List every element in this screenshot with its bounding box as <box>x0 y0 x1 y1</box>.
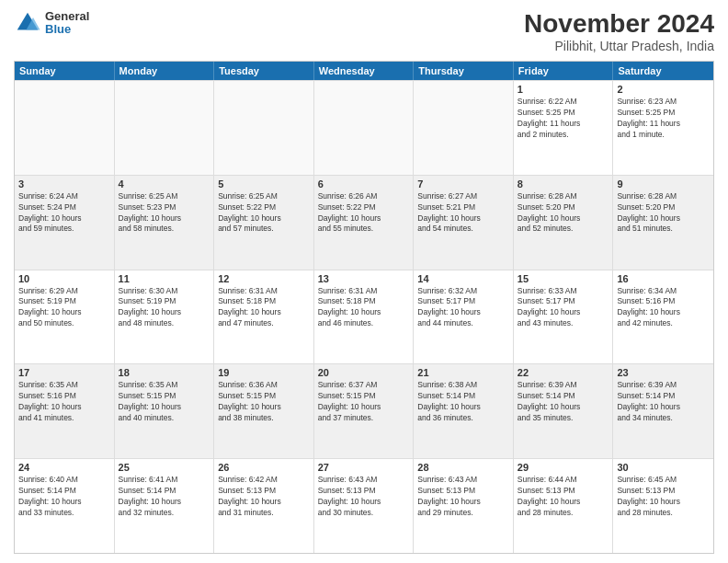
day-info-20: Sunrise: 6:37 AM Sunset: 5:15 PM Dayligh… <box>318 380 410 424</box>
header-saturday: Saturday <box>613 62 713 80</box>
week-row-5: 24Sunrise: 6:40 AM Sunset: 5:14 PM Dayli… <box>15 458 713 553</box>
day-info-4: Sunrise: 6:25 AM Sunset: 5:23 PM Dayligh… <box>119 191 210 236</box>
calendar-header: Sunday Monday Tuesday Wednesday Thursday… <box>15 62 713 80</box>
empty-cell-0-3 <box>314 81 415 175</box>
day-info-7: Sunrise: 6:27 AM Sunset: 5:21 PM Dayligh… <box>417 191 509 236</box>
day-info-10: Sunrise: 6:29 AM Sunset: 5:19 PM Dayligh… <box>18 286 110 330</box>
day-info-16: Sunrise: 6:34 AM Sunset: 5:16 PM Dayligh… <box>617 286 710 330</box>
day-info-8: Sunrise: 6:28 AM Sunset: 5:20 PM Dayligh… <box>518 191 609 236</box>
header-wednesday: Wednesday <box>314 62 415 80</box>
day-cell-25: 25Sunrise: 6:41 AM Sunset: 5:14 PM Dayli… <box>115 459 215 553</box>
day-cell-11: 11Sunrise: 6:30 AM Sunset: 5:19 PM Dayli… <box>115 270 215 364</box>
day-info-19: Sunrise: 6:36 AM Sunset: 5:15 PM Dayligh… <box>218 380 310 424</box>
week-row-4: 17Sunrise: 6:35 AM Sunset: 5:16 PM Dayli… <box>15 363 713 458</box>
day-info-18: Sunrise: 6:35 AM Sunset: 5:15 PM Dayligh… <box>119 380 210 424</box>
calendar: Sunday Monday Tuesday Wednesday Thursday… <box>14 61 714 554</box>
day-number-26: 26 <box>218 462 310 473</box>
page: General Blue November 2024 Pilibhit, Utt… <box>0 0 728 563</box>
day-number-19: 19 <box>218 367 310 378</box>
day-info-26: Sunrise: 6:42 AM Sunset: 5:13 PM Dayligh… <box>218 475 310 519</box>
logo-line2: Blue <box>45 23 89 36</box>
day-cell-26: 26Sunrise: 6:42 AM Sunset: 5:13 PM Dayli… <box>214 459 314 553</box>
day-number-9: 9 <box>617 178 710 190</box>
empty-cell-0-2 <box>214 81 314 175</box>
day-cell-8: 8Sunrise: 6:28 AM Sunset: 5:20 PM Daylig… <box>514 176 614 270</box>
day-cell-3: 3Sunrise: 6:24 AM Sunset: 5:24 PM Daylig… <box>15 176 115 270</box>
day-cell-19: 19Sunrise: 6:36 AM Sunset: 5:15 PM Dayli… <box>214 364 314 458</box>
day-cell-6: 6Sunrise: 6:26 AM Sunset: 5:22 PM Daylig… <box>314 176 415 270</box>
day-number-10: 10 <box>18 273 110 284</box>
day-number-14: 14 <box>417 273 509 284</box>
logo: General Blue <box>14 9 89 37</box>
logo-text: General Blue <box>45 10 89 37</box>
day-cell-2: 2Sunrise: 6:23 AM Sunset: 5:25 PM Daylig… <box>613 81 713 175</box>
day-number-8: 8 <box>518 178 609 190</box>
header-thursday: Thursday <box>414 62 514 80</box>
day-info-23: Sunrise: 6:39 AM Sunset: 5:14 PM Dayligh… <box>617 380 710 424</box>
day-info-11: Sunrise: 6:30 AM Sunset: 5:19 PM Dayligh… <box>119 286 210 330</box>
day-cell-27: 27Sunrise: 6:43 AM Sunset: 5:13 PM Dayli… <box>314 459 415 553</box>
calendar-body: 1Sunrise: 6:22 AM Sunset: 5:25 PM Daylig… <box>15 80 713 553</box>
day-number-4: 4 <box>119 178 210 190</box>
day-info-17: Sunrise: 6:35 AM Sunset: 5:16 PM Dayligh… <box>18 380 110 424</box>
day-number-21: 21 <box>417 367 509 378</box>
day-info-9: Sunrise: 6:28 AM Sunset: 5:20 PM Dayligh… <box>617 191 710 236</box>
day-number-27: 27 <box>318 462 410 473</box>
header-monday: Monday <box>115 62 215 80</box>
day-info-3: Sunrise: 6:24 AM Sunset: 5:24 PM Dayligh… <box>18 191 110 236</box>
day-number-7: 7 <box>417 178 509 190</box>
day-cell-17: 17Sunrise: 6:35 AM Sunset: 5:16 PM Dayli… <box>15 364 115 458</box>
day-info-12: Sunrise: 6:31 AM Sunset: 5:18 PM Dayligh… <box>218 286 310 330</box>
day-number-28: 28 <box>417 462 509 473</box>
empty-cell-0-1 <box>115 81 215 175</box>
day-cell-28: 28Sunrise: 6:43 AM Sunset: 5:13 PM Dayli… <box>414 459 514 553</box>
day-info-29: Sunrise: 6:44 AM Sunset: 5:13 PM Dayligh… <box>518 475 609 519</box>
empty-cell-0-4 <box>414 81 514 175</box>
header: General Blue November 2024 Pilibhit, Utt… <box>14 9 714 53</box>
day-cell-16: 16Sunrise: 6:34 AM Sunset: 5:16 PM Dayli… <box>613 270 713 364</box>
day-number-30: 30 <box>617 462 710 473</box>
day-info-21: Sunrise: 6:38 AM Sunset: 5:14 PM Dayligh… <box>417 380 509 424</box>
day-cell-1: 1Sunrise: 6:22 AM Sunset: 5:25 PM Daylig… <box>514 81 614 175</box>
day-number-13: 13 <box>318 273 410 284</box>
day-info-25: Sunrise: 6:41 AM Sunset: 5:14 PM Dayligh… <box>119 475 210 519</box>
day-number-5: 5 <box>218 178 310 190</box>
day-cell-15: 15Sunrise: 6:33 AM Sunset: 5:17 PM Dayli… <box>514 270 614 364</box>
empty-cell-0-0 <box>15 81 115 175</box>
header-tuesday: Tuesday <box>214 62 314 80</box>
week-row-2: 3Sunrise: 6:24 AM Sunset: 5:24 PM Daylig… <box>15 175 713 270</box>
day-info-27: Sunrise: 6:43 AM Sunset: 5:13 PM Dayligh… <box>318 475 410 519</box>
day-cell-23: 23Sunrise: 6:39 AM Sunset: 5:14 PM Dayli… <box>613 364 713 458</box>
location: Pilibhit, Uttar Pradesh, India <box>524 39 714 53</box>
day-number-24: 24 <box>18 462 110 473</box>
day-info-6: Sunrise: 6:26 AM Sunset: 5:22 PM Dayligh… <box>318 191 410 236</box>
day-info-24: Sunrise: 6:40 AM Sunset: 5:14 PM Dayligh… <box>18 475 110 519</box>
day-number-12: 12 <box>218 273 310 284</box>
title-block: November 2024 Pilibhit, Uttar Pradesh, I… <box>524 9 714 53</box>
day-number-20: 20 <box>318 367 410 378</box>
day-cell-10: 10Sunrise: 6:29 AM Sunset: 5:19 PM Dayli… <box>15 270 115 364</box>
day-number-15: 15 <box>518 273 609 284</box>
week-row-1: 1Sunrise: 6:22 AM Sunset: 5:25 PM Daylig… <box>15 80 713 175</box>
day-number-3: 3 <box>18 178 110 190</box>
day-cell-7: 7Sunrise: 6:27 AM Sunset: 5:21 PM Daylig… <box>414 176 514 270</box>
day-cell-4: 4Sunrise: 6:25 AM Sunset: 5:23 PM Daylig… <box>115 176 215 270</box>
day-cell-22: 22Sunrise: 6:39 AM Sunset: 5:14 PM Dayli… <box>514 364 614 458</box>
day-cell-14: 14Sunrise: 6:32 AM Sunset: 5:17 PM Dayli… <box>414 270 514 364</box>
day-cell-18: 18Sunrise: 6:35 AM Sunset: 5:15 PM Dayli… <box>115 364 215 458</box>
day-number-16: 16 <box>617 273 710 284</box>
day-cell-13: 13Sunrise: 6:31 AM Sunset: 5:18 PM Dayli… <box>314 270 415 364</box>
day-info-13: Sunrise: 6:31 AM Sunset: 5:18 PM Dayligh… <box>318 286 410 330</box>
day-cell-24: 24Sunrise: 6:40 AM Sunset: 5:14 PM Dayli… <box>15 459 115 553</box>
header-friday: Friday <box>514 62 614 80</box>
day-info-22: Sunrise: 6:39 AM Sunset: 5:14 PM Dayligh… <box>518 380 609 424</box>
day-number-18: 18 <box>119 367 210 378</box>
day-info-1: Sunrise: 6:22 AM Sunset: 5:25 PM Dayligh… <box>518 97 609 141</box>
logo-icon <box>14 9 41 37</box>
day-info-14: Sunrise: 6:32 AM Sunset: 5:17 PM Dayligh… <box>417 286 509 330</box>
day-number-25: 25 <box>119 462 210 473</box>
day-cell-21: 21Sunrise: 6:38 AM Sunset: 5:14 PM Dayli… <box>414 364 514 458</box>
day-number-22: 22 <box>518 367 609 378</box>
day-number-23: 23 <box>617 367 710 378</box>
logo-line1: General <box>45 10 89 23</box>
